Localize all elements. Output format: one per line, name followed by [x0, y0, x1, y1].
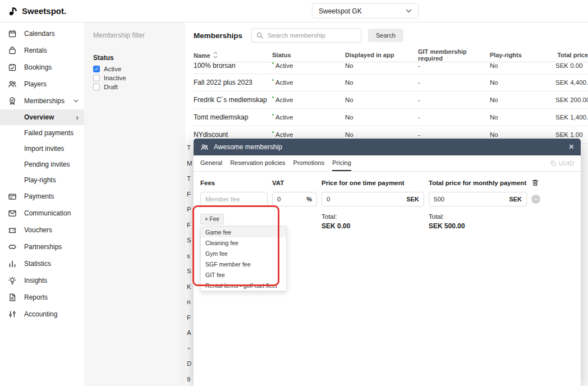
cell-git: - — [418, 96, 490, 103]
sidebar-item-pending-invites[interactable]: Pending invites — [0, 157, 84, 172]
modal-header: Awesome membership × — [194, 139, 581, 155]
close-icon[interactable]: × — [569, 143, 574, 151]
sidebar-item-payments[interactable]: Payments — [0, 188, 84, 205]
tab-promotions[interactable]: Promotions — [293, 155, 325, 171]
search-input[interactable] — [251, 28, 361, 43]
sidebar-item-calendars[interactable]: Calendars — [0, 25, 84, 42]
table-row[interactable]: 100% brorsan Active No - No SEK 0.00 — [194, 62, 588, 74]
bar-chart-icon — [8, 259, 17, 268]
fee-option[interactable]: Rental items - golf cart fleet — [201, 280, 286, 291]
logo: Sweetspot. — [8, 6, 66, 16]
chevron-right-icon: › — [76, 113, 79, 121]
checkbox-inactive[interactable]: Inactive — [93, 75, 176, 81]
status-dot — [272, 131, 274, 133]
table-row[interactable]: Fredrik C´s medlemskap Active No - No SE… — [194, 91, 588, 109]
sidebar-item-overview[interactable]: Overview › — [0, 109, 84, 125]
total-label: Total: — [321, 213, 424, 220]
sidebar-item-vouchers[interactable]: Vouchers — [0, 222, 84, 238]
sidebar-item-reports[interactable]: Reports — [0, 289, 84, 306]
one-time-price-group: SEK — [321, 192, 424, 206]
vat-input[interactable] — [273, 196, 302, 203]
fees-column-header: Fees — [200, 180, 268, 186]
table-row[interactable]: Fall 2022 plus 2023 Active No - No SEK 4… — [194, 74, 588, 91]
cell-name: NYdiscount — [194, 131, 272, 139]
modal-tabs: General Reservation policies Promotions … — [194, 155, 581, 172]
sidebar-item-bookings[interactable]: Bookings — [0, 59, 84, 76]
cell-total-price: SEK 1.00 — [555, 131, 588, 138]
cell-total-price: SEK 200.00 — [555, 96, 588, 103]
chevron-down-icon — [406, 9, 412, 13]
sidebar-item-import-invites[interactable]: Import invites — [0, 141, 84, 157]
sidebar-item-label: Calendars — [24, 30, 55, 38]
cell-status: Active — [272, 114, 345, 121]
sidebar-subitem-label: Play-rights — [24, 176, 56, 184]
cell-play-rights: No — [490, 62, 555, 69]
search-button[interactable]: Search — [368, 29, 403, 42]
sidebar-item-label: Bookings — [24, 63, 52, 71]
sort-icon[interactable] — [213, 52, 218, 58]
sidebar-item-statistics[interactable]: Statistics — [0, 255, 84, 272]
fees-header-row: Fees VAT Price for one time payment Tota… — [200, 178, 574, 187]
header-displayed-in-app: Displayed in app — [345, 52, 418, 58]
table-header: Name Status Displayed in app GIT members… — [194, 48, 588, 62]
sidebar-item-play-rights[interactable]: Play-rights — [0, 172, 84, 188]
checkbox-draft[interactable]: Draft — [93, 84, 176, 90]
sidebar-item-label: Memberships — [24, 97, 65, 105]
uuid-button[interactable]: UUID — [550, 155, 574, 171]
club-selector[interactable]: Sweetspot GK — [312, 3, 419, 19]
total-label: Total: — [429, 213, 527, 220]
sidebar-item-insights[interactable]: Insights — [0, 272, 84, 289]
sidebar-item-accounting[interactable]: Accounting — [0, 306, 84, 323]
cell-play-rights: No — [490, 131, 555, 138]
app-window: Sweetspot. Sweetspot GK Calendars Rental… — [0, 0, 588, 386]
status-dot — [272, 114, 274, 116]
bookings-icon — [8, 63, 17, 72]
sidebar-item-label: Vouchers — [24, 226, 52, 234]
sidebar-item-rentals[interactable]: Rentals — [0, 42, 84, 59]
sidebar-item-players[interactable]: Players — [0, 76, 84, 93]
sidebar-item-memberships[interactable]: Memberships — [0, 93, 84, 109]
one-time-price-input[interactable] — [322, 196, 402, 203]
copy-icon — [550, 160, 557, 167]
modal-title: Awesome membership — [214, 143, 282, 151]
sidebar-subitem-label: Import invites — [24, 145, 64, 153]
vat-column-header: VAT — [272, 180, 317, 186]
fee-option[interactable]: Game fee — [201, 227, 286, 237]
percent-suffix: % — [302, 196, 316, 203]
status-dot — [272, 62, 274, 64]
tab-pricing[interactable]: Pricing — [332, 155, 351, 171]
page-title: Memberships — [194, 31, 242, 40]
checkbox-label: Active — [104, 66, 121, 72]
cell-status: Active — [272, 79, 345, 86]
tab-reservation-policies[interactable]: Reservation policies — [230, 155, 285, 171]
search-wrap — [251, 28, 361, 43]
sidebar-item-label: Players — [24, 80, 47, 88]
add-fee-area: + Fee Game fee Cleaning fee Gym fee SGF … — [200, 213, 268, 291]
fee-option[interactable]: Cleaning fee — [201, 237, 286, 248]
cell-name: Fall 2022 plus 2023 — [194, 79, 272, 86]
checkbox-unchecked-icon — [93, 75, 100, 81]
add-fee-button[interactable]: + Fee — [200, 214, 224, 224]
sidebar-item-partnerships[interactable]: Partnerships — [0, 238, 84, 255]
fee-name-input[interactable] — [200, 192, 268, 206]
checkbox-checked-icon — [93, 66, 100, 72]
checkbox-active[interactable]: Active — [93, 66, 176, 72]
fee-option[interactable]: GIT fee — [201, 269, 286, 280]
fee-option[interactable]: Gym fee — [201, 248, 286, 259]
table-row[interactable]: Tomt medlemskap Active No - No SEK 1,400… — [194, 109, 588, 126]
club-selector-value: Sweetspot GK — [319, 7, 362, 15]
sliders-icon — [8, 310, 17, 319]
sidebar-item-label: Accounting — [24, 310, 57, 318]
sidebar-item-communication[interactable]: Communication — [0, 205, 84, 222]
remove-fee-button[interactable]: − — [531, 195, 540, 204]
cell-status: Active — [272, 131, 345, 138]
header-name[interactable]: Name — [194, 52, 272, 59]
tab-general[interactable]: General — [200, 155, 222, 171]
memberships-icon — [8, 96, 17, 105]
sidebar-item-failed-payments[interactable]: Failed payments — [0, 125, 84, 141]
chevron-down-icon — [74, 99, 79, 103]
status-dot — [272, 79, 274, 81]
fee-option[interactable]: SGF member fee — [201, 259, 286, 269]
monthly-price-input[interactable] — [429, 196, 504, 203]
trash-icon[interactable] — [531, 178, 574, 187]
